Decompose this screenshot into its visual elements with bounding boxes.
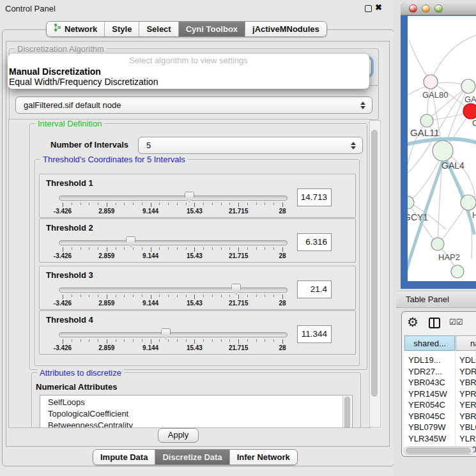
network-node[interactable] (461, 195, 476, 210)
tick-mark (89, 247, 89, 250)
table-row[interactable]: YDL19...YDL1 (404, 355, 476, 366)
bottom-tab-bar: Impute DataDiscretize DataInfer Network (93, 449, 298, 465)
tab-style[interactable]: Style (105, 22, 139, 36)
algorithm-option[interactable]: Manual Discretization (8, 66, 369, 77)
table-row[interactable]: YER054CYER0 (404, 399, 476, 411)
tick-mark (194, 203, 195, 207)
tab-label: Discretize Data (162, 450, 222, 464)
network-node[interactable] (420, 114, 433, 127)
attributes-list[interactable]: SelfLoopsTopologicalCoefficientBetweenne… (40, 395, 353, 428)
tab-label: Select (146, 22, 171, 36)
table-row[interactable]: YDR27...YDR2 (404, 366, 476, 378)
slider-track[interactable] (59, 196, 288, 201)
slider-ticks (63, 247, 282, 252)
table-row[interactable]: YPR145WYPR1 (404, 388, 476, 400)
slider-thumb[interactable] (161, 328, 171, 339)
tab-impute-data[interactable]: Impute Data (93, 450, 155, 464)
network-canvas[interactable]: GAL80GACGAL11GAL4GCY1HHAP2 (408, 16, 476, 281)
network-view-window: GAL80GACGAL11GAL4GCY1HHAP2 (401, 3, 476, 289)
table-row[interactable]: YBR043CYBR0 (404, 377, 476, 388)
network-node[interactable] (431, 238, 444, 250)
slider-thumb[interactable] (231, 284, 241, 295)
apply-button[interactable]: Apply (158, 428, 199, 443)
tick-mark (238, 203, 239, 207)
mac-close-button[interactable] (409, 4, 417, 13)
column-header[interactable]: na (456, 335, 476, 351)
network-window-titlebar[interactable] (401, 3, 476, 15)
scrollbar-thumb[interactable] (406, 448, 471, 454)
slider-thumb[interactable] (185, 192, 194, 203)
tick-mark (89, 295, 89, 297)
scrollbar-thumb[interactable] (344, 397, 350, 428)
network-node[interactable] (451, 265, 464, 278)
tick-mark (256, 203, 257, 205)
threshold-value-field[interactable]: 11.344 (297, 325, 332, 343)
group-title: Threshold's Coordinates for 5 Intervals (40, 155, 188, 164)
network-edge[interactable] (431, 35, 476, 82)
network-edge[interactable] (439, 203, 468, 243)
table-horizontal-scrollbar[interactable] (404, 447, 474, 455)
tick-mark (256, 295, 257, 297)
tab-infer-network[interactable]: Infer Network (230, 450, 297, 464)
attributes-list-scrollbar[interactable] (342, 396, 351, 428)
tick-label: 15.43 (187, 300, 203, 307)
tick-mark (98, 295, 98, 297)
number-of-intervals-combobox[interactable]: 5 (138, 137, 363, 154)
tick-mark (203, 203, 204, 205)
threshold-value-field[interactable]: 14.713 (297, 188, 332, 206)
settings-vertical-scrollbar[interactable] (369, 120, 381, 427)
checkbox-icons[interactable]: ☑☑ (449, 318, 463, 326)
tick-mark (203, 339, 204, 342)
tick-mark (186, 339, 187, 342)
table-data-combobox[interactable]: galFiltered.sif default node (15, 96, 372, 114)
tab-cyni-toolbox[interactable]: Cyni Toolbox (179, 22, 245, 36)
tick-mark (256, 247, 257, 250)
attribute-item[interactable]: SelfLoops (40, 397, 352, 408)
tick-mark (282, 339, 283, 344)
network-node[interactable] (461, 79, 475, 93)
close-icon[interactable]: ✖ (375, 3, 382, 12)
mac-minimize-button[interactable] (422, 4, 430, 13)
combo-value: 5 (146, 137, 151, 153)
mac-zoom-button[interactable] (434, 4, 443, 13)
tick-mark (238, 339, 239, 344)
slider-track[interactable] (59, 332, 288, 337)
network-node[interactable] (433, 141, 453, 161)
tick-mark (142, 203, 142, 205)
tab-jactivemnodules[interactable]: jActiveMNodules (245, 22, 326, 36)
table-row[interactable]: YLR345WYLR3 (404, 433, 476, 445)
algorithm-option[interactable]: Equal Width/Frequency Discretization (8, 77, 369, 87)
gear-icon[interactable]: ⚙ (407, 314, 418, 330)
tick-mark (265, 203, 265, 205)
tick-mark (142, 247, 142, 250)
network-node[interactable] (424, 75, 438, 89)
tick-label: -3.426 (54, 344, 72, 351)
attribute-item[interactable]: TopologicalCoefficient (40, 408, 352, 420)
tick-label: 28 (279, 300, 286, 307)
tick-mark (247, 203, 248, 205)
attribute-item[interactable]: BetweennessCentrality (40, 420, 352, 428)
threshold-label: Threshold 2 (46, 223, 93, 233)
tab-select[interactable]: Select (139, 22, 178, 36)
table-row[interactable]: YBR045CYBR0 (404, 411, 476, 422)
tick-label: 21.715 (229, 300, 249, 307)
scrollbar-thumb[interactable] (371, 130, 378, 397)
tick-mark (212, 203, 213, 205)
tab-discretize-data[interactable]: Discretize Data (155, 450, 229, 464)
slider-track[interactable] (59, 288, 288, 293)
float-icon[interactable] (365, 5, 372, 12)
split-view-icon[interactable] (429, 318, 440, 328)
threshold-value-field[interactable]: 21.4 (297, 280, 332, 298)
network-node[interactable] (463, 104, 476, 119)
cell-name: YPR1 (454, 388, 476, 400)
tab-network[interactable]: Network (47, 22, 105, 36)
network-graph[interactable]: GAL80GACGAL11GAL4GCY1HHAP2 (408, 16, 476, 281)
tick-mark (72, 339, 72, 342)
tick-mark (63, 247, 63, 252)
threshold-value-field[interactable]: 6.316 (297, 233, 332, 251)
slider-thumb[interactable] (126, 236, 135, 247)
slider-track[interactable] (59, 240, 288, 245)
node-label: GAL4 (441, 160, 464, 171)
table-row[interactable]: YBL079WYBL0 (404, 422, 476, 433)
column-header[interactable]: shared... (404, 335, 455, 351)
